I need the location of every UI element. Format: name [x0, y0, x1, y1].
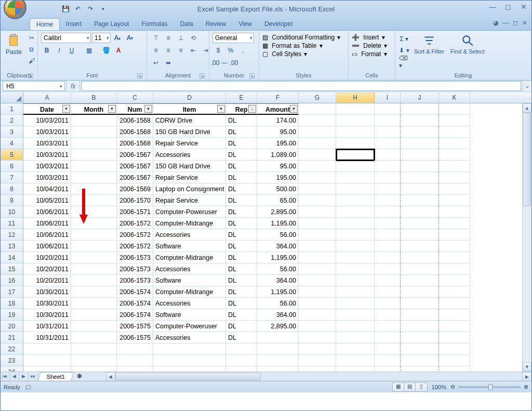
- cell[interactable]: [439, 206, 470, 218]
- cell[interactable]: 10/31/2011: [23, 321, 71, 332]
- cell[interactable]: [375, 275, 401, 286]
- comma-icon[interactable]: ,: [237, 45, 249, 56]
- cell[interactable]: Accessories: [153, 149, 226, 161]
- cell[interactable]: 2006-1573: [117, 263, 153, 275]
- column-header-E[interactable]: E: [226, 92, 257, 103]
- cell[interactable]: 2006-1570: [117, 195, 153, 206]
- cell[interactable]: [299, 275, 336, 286]
- cell[interactable]: [439, 355, 470, 366]
- cell[interactable]: [299, 183, 336, 195]
- ribbon-tab-home[interactable]: Home: [30, 18, 60, 30]
- cell[interactable]: [336, 298, 375, 309]
- row-header[interactable]: 23: [1, 355, 23, 366]
- ribbon-tab-developer[interactable]: Developer: [258, 18, 299, 30]
- column-header-H[interactable]: H: [336, 92, 375, 103]
- cell[interactable]: [375, 138, 401, 149]
- cell[interactable]: [257, 332, 299, 343]
- cell[interactable]: [439, 275, 470, 286]
- cell[interactable]: [71, 172, 117, 183]
- cell[interactable]: [375, 183, 401, 195]
- cell[interactable]: [336, 103, 375, 115]
- cell[interactable]: [23, 343, 71, 355]
- cell[interactable]: [336, 195, 375, 206]
- expand-formula-icon[interactable]: ⌄: [522, 81, 531, 91]
- cell[interactable]: 10/05/2011: [23, 195, 71, 206]
- cell[interactable]: [226, 343, 257, 355]
- cell[interactable]: [401, 172, 439, 183]
- cell[interactable]: DL: [226, 115, 257, 126]
- maximize-button[interactable]: ◻: [503, 3, 513, 11]
- fx-label[interactable]: fx: [66, 81, 80, 91]
- vertical-scrollbar[interactable]: ▲ ▼: [522, 103, 531, 372]
- cell[interactable]: DL: [226, 241, 257, 252]
- row-header[interactable]: 21: [1, 332, 23, 343]
- cell[interactable]: [439, 252, 470, 263]
- ribbon-tab-review[interactable]: Review: [200, 18, 232, 30]
- page-break-view-icon[interactable]: ▯: [416, 383, 427, 391]
- cell[interactable]: [336, 138, 375, 149]
- cell[interactable]: 2,895.00: [257, 206, 299, 218]
- cell[interactable]: [257, 355, 299, 366]
- cell[interactable]: 56.00: [257, 263, 299, 275]
- cell[interactable]: [336, 252, 375, 263]
- cell[interactable]: [401, 355, 439, 366]
- cell[interactable]: 364.00: [257, 309, 299, 321]
- zoom-in-icon[interactable]: ⊕: [524, 383, 528, 390]
- cell[interactable]: DL: [226, 172, 257, 183]
- ribbon-tab-data[interactable]: Data: [174, 18, 199, 30]
- cell[interactable]: 2006-1567: [117, 161, 153, 172]
- filter-header-item[interactable]: Item▼: [153, 103, 226, 115]
- ribbon-tab-view[interactable]: View: [232, 18, 258, 30]
- cell[interactable]: 10/04/2011: [23, 183, 71, 195]
- zoom-out-icon[interactable]: ⊖: [450, 383, 455, 390]
- cell[interactable]: [226, 366, 257, 372]
- cell[interactable]: [336, 149, 375, 161]
- cell[interactable]: [375, 218, 401, 229]
- cell[interactable]: DL: [226, 252, 257, 263]
- column-header-G[interactable]: G: [299, 92, 336, 103]
- cell[interactable]: [71, 366, 117, 372]
- filter-header-amount[interactable]: Amount▼: [257, 103, 299, 115]
- cell[interactable]: 2006-1574: [117, 298, 153, 309]
- cell[interactable]: 10/20/2011: [23, 275, 71, 286]
- cut-icon[interactable]: ✂: [26, 33, 37, 43]
- cell[interactable]: [439, 229, 470, 241]
- cell[interactable]: 2006-1567: [117, 172, 153, 183]
- cell[interactable]: 2006-1569: [117, 183, 153, 195]
- cell[interactable]: [439, 103, 470, 115]
- cell[interactable]: 56.00: [257, 298, 299, 309]
- cell[interactable]: [375, 103, 401, 115]
- cell[interactable]: [439, 332, 470, 343]
- cell[interactable]: [439, 309, 470, 321]
- cell[interactable]: 10/20/2011: [23, 252, 71, 263]
- cell[interactable]: 2006-1567: [117, 149, 153, 161]
- cell[interactable]: [401, 103, 439, 115]
- row-header[interactable]: 4: [1, 138, 23, 149]
- cell[interactable]: [336, 263, 375, 275]
- column-header-J[interactable]: J: [401, 92, 439, 103]
- cell[interactable]: 195.00: [257, 172, 299, 183]
- bold-button[interactable]: B: [41, 45, 52, 56]
- format-painter-icon[interactable]: 🖌: [26, 56, 37, 66]
- new-sheet-icon[interactable]: ✻: [74, 372, 85, 381]
- normal-view-icon[interactable]: ▦: [393, 383, 404, 391]
- row-header[interactable]: 11: [1, 218, 23, 229]
- cell[interactable]: [23, 355, 71, 366]
- cell[interactable]: [375, 161, 401, 172]
- border-button[interactable]: ▦: [83, 45, 95, 56]
- row-header[interactable]: 8: [1, 183, 23, 195]
- filter-button[interactable]: ▼: [144, 105, 152, 113]
- align-left-icon[interactable]: ≡: [150, 45, 162, 56]
- decrease-decimal-icon[interactable]: ←.00: [225, 58, 236, 68]
- font-size-combo[interactable]: 11: [92, 33, 111, 43]
- cell[interactable]: [336, 126, 375, 138]
- cell[interactable]: DL: [226, 275, 257, 286]
- cell[interactable]: [439, 263, 470, 275]
- zoom-slider[interactable]: [458, 386, 521, 388]
- fill-color-button[interactable]: 🪣: [100, 45, 112, 56]
- cell[interactable]: [299, 309, 336, 321]
- cell[interactable]: [375, 366, 401, 372]
- filter-header-num[interactable]: Num▼: [117, 103, 153, 115]
- cell[interactable]: 1,195.00: [257, 218, 299, 229]
- cell[interactable]: DL: [226, 206, 257, 218]
